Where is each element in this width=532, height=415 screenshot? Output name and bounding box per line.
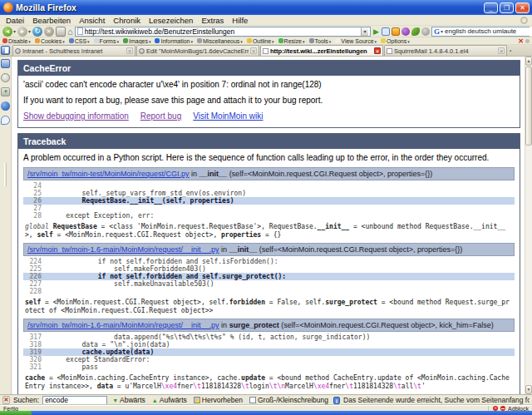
- menu-datei[interactable]: Datei: [2, 16, 28, 25]
- back-button[interactable]: ◄: [2, 27, 12, 37]
- vertical-scrollbar[interactable]: ▲ ▼: [525, 57, 532, 394]
- menu-ansicht[interactable]: Ansicht: [75, 16, 109, 25]
- webdev-item-css[interactable]: CSS: [69, 38, 90, 44]
- variable-segment: ': [421, 383, 426, 390]
- frame-file-link[interactable]: /srv/moin_tw/moin-test/MoinMoin/request/…: [27, 170, 190, 178]
- view-source-icon: [335, 38, 340, 43]
- abp-extension-icon[interactable]: [401, 27, 410, 36]
- print-button[interactable]: [56, 27, 66, 37]
- window-title: Mozilla Firefox: [16, 2, 484, 12]
- menu-chronik[interactable]: Chronik: [109, 16, 145, 25]
- error-link[interactable]: Report bug: [140, 111, 181, 121]
- url-input[interactable]: [85, 27, 359, 36]
- find-label: Suchen:: [13, 396, 39, 404]
- webdev-item-view-source[interactable]: View Source: [335, 38, 377, 44]
- scrollbar-thumb[interactable]: [525, 67, 532, 146]
- leaf-extension-icon[interactable]: [411, 27, 420, 36]
- webdev-item-information[interactable]: Information: [155, 38, 193, 44]
- frame-header: /srv/moin_tw/moin-1.6-main/MoinMoin/requ…: [23, 319, 515, 332]
- find-next-button[interactable]: ▼ Abwärts: [111, 396, 147, 404]
- webdev-item-tools[interactable]: Tools: [309, 38, 332, 44]
- webdev-item-resize[interactable]: Resize: [278, 38, 305, 44]
- menu-hilfe[interactable]: Hilfe: [228, 16, 252, 25]
- stop-button[interactable]: ✕: [44, 27, 54, 37]
- tab-close-icon[interactable]: ✕: [374, 47, 381, 54]
- webdev-item-disable[interactable]: Disable: [2, 38, 31, 44]
- menu-bearbeiten[interactable]: Bearbeiten: [28, 16, 75, 25]
- frame-in-word: in: [219, 321, 229, 329]
- forward-button[interactable]: ►: [17, 27, 27, 37]
- find-close-icon[interactable]: ✕: [2, 396, 10, 404]
- scrollbar-track[interactable]: [525, 146, 532, 385]
- code-text: if not self.forbidden and self.isForbidd…: [50, 258, 278, 265]
- frame-in-word: in: [190, 170, 200, 178]
- frame-file-link[interactable]: /srv/moin_tw/moin-1.6-main/MoinMoin/requ…: [27, 245, 219, 254]
- variable-segment: \t: [393, 383, 401, 390]
- variable-segment: = {}: [261, 231, 281, 239]
- url-dropdown-icon[interactable]: ▾: [361, 27, 368, 36]
- info-bubble-icon[interactable]: [1, 116, 10, 125]
- webdev-item-label: Tools: [315, 38, 332, 44]
- webdev-item-options[interactable]: Options: [381, 38, 410, 44]
- webdev-item-cookies[interactable]: Cookies: [35, 38, 65, 44]
- back-dropdown-icon[interactable]: ▾: [13, 28, 16, 34]
- tab-1[interactable]: Edit "MoinMoinBugs/1.6devCacheError...✕: [136, 45, 259, 56]
- menu-lesezeichen[interactable]: Lesezeichen: [145, 16, 197, 25]
- line-number: 226: [23, 273, 50, 280]
- tab-label: Intranet - Schulthess Intranet: [22, 47, 125, 55]
- webdev-item-outline[interactable]: Outline: [247, 38, 274, 44]
- sidebar-panel-icon[interactable]: [1, 59, 10, 68]
- web-sphere-icon[interactable]: [1, 101, 10, 111]
- frame-variables: cache = <MoinMoin.caching.CacheEntry ins…: [25, 374, 513, 390]
- highlight-button[interactable]: Hervorheben: [192, 396, 244, 404]
- start-button-fragment[interactable]: [0, 411, 32, 415]
- tab-close-icon[interactable]: ✕: [126, 47, 133, 54]
- webdev-item-images[interactable]: Images: [123, 38, 150, 44]
- code-line: 25 self._setup_vars_from_std_env(os.envi…: [23, 190, 515, 197]
- reload-button[interactable]: ↻: [32, 27, 42, 37]
- variable-segment: properties: [221, 231, 261, 239]
- error-link[interactable]: Show debugging information: [23, 111, 129, 121]
- webdev-item-label: Images: [129, 38, 150, 44]
- code-line: 224 if not self.forbidden and self.isFor…: [23, 258, 515, 265]
- history-clock-icon[interactable]: [1, 73, 10, 82]
- go-button[interactable]: ▶: [372, 27, 380, 36]
- variable-segment: \xe4: [313, 383, 329, 390]
- minimize-button[interactable]: _: [484, 2, 498, 13]
- google-logo-icon[interactable]: G: [434, 27, 440, 36]
- search-input[interactable]: [445, 27, 532, 36]
- find-input[interactable]: [42, 396, 107, 405]
- report-hint: If you want to report a bug, please save…: [23, 96, 515, 105]
- close-button[interactable]: ✕: [515, 2, 530, 13]
- home-button[interactable]: ⌂: [67, 27, 73, 37]
- find-prev-button[interactable]: ▲ Aufwärts: [150, 396, 189, 404]
- gear-extension-icon[interactable]: [421, 27, 430, 36]
- scroll-down-icon[interactable]: ▼: [525, 385, 532, 394]
- arrow-down-icon: ▼: [112, 398, 118, 403]
- scroll-up-icon[interactable]: ▲: [525, 57, 532, 66]
- search-engine-dropdown-icon[interactable]: ▾: [441, 28, 443, 34]
- forward-dropdown-icon[interactable]: ▾: [28, 28, 31, 34]
- code-text: except Exception, err:: [50, 212, 154, 220]
- tab-2[interactable]: http://test.wiki...zerEinstellungen✕: [260, 45, 383, 56]
- webdev-item-forms[interactable]: Forms: [94, 38, 119, 44]
- error-link[interactable]: Visit MoinMoin wiki: [193, 111, 263, 121]
- tab-list-dropdown-icon[interactable]: ▪: [510, 48, 511, 53]
- webdev-item-miscellaneous[interactable]: Miscellaneous: [197, 38, 243, 44]
- frame-file-link[interactable]: /srv/moin_tw/moin-1.6-main/MoinMoin/requ…: [27, 321, 219, 329]
- maximize-button[interactable]: ❐: [500, 2, 514, 13]
- rail-handle[interactable]: [4, 163, 7, 186]
- tab-3[interactable]: SquirrelMail 1.4.8-4.0.1.el4✕: [384, 45, 507, 56]
- line-number: 228: [23, 288, 50, 295]
- tab-close-icon[interactable]: ✕: [498, 47, 505, 54]
- menu-extras[interactable]: Extras: [197, 16, 228, 25]
- match-case-control[interactable]: Groß-/Kleinschreibung: [248, 396, 330, 404]
- tab-0[interactable]: Intranet - Schulthess Intranet✕: [12, 45, 135, 56]
- webdev-close-icon[interactable]: ✕: [516, 37, 525, 45]
- match-case-checkbox[interactable]: [249, 397, 256, 403]
- window-extension-icon[interactable]: [382, 27, 390, 36]
- feed-extension-icon[interactable]: [392, 27, 400, 36]
- sidebar-toggle-icon[interactable]: [1, 46, 10, 55]
- tab-close-icon[interactable]: ✕: [250, 47, 257, 54]
- downloads-icon[interactable]: [1, 87, 10, 96]
